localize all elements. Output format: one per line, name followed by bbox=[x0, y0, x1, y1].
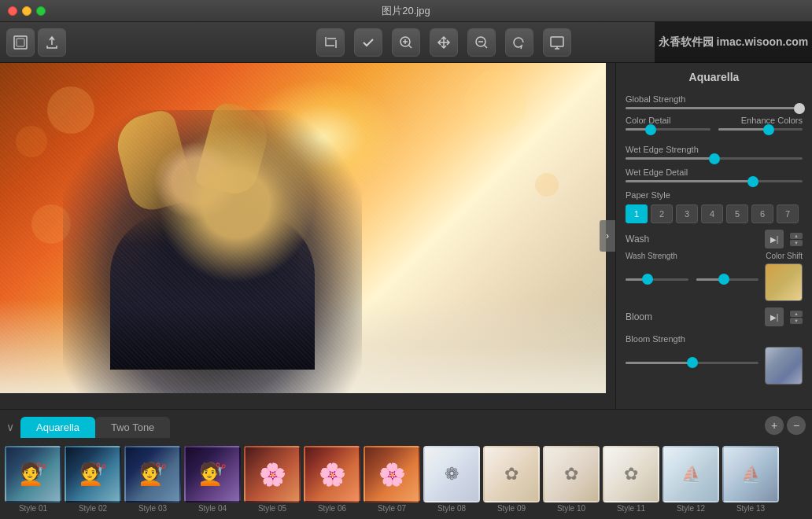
crop-tool[interactable] bbox=[316, 28, 345, 57]
wash-strength-label: Wash Strength bbox=[626, 252, 677, 260]
bloom-strength-slider[interactable] bbox=[626, 362, 758, 369]
film-label-style07: Style 07 bbox=[364, 504, 420, 513]
paper-style-buttons: 1 2 3 4 5 6 7 bbox=[626, 204, 803, 223]
bloom-row: Bloom ▶| ▲ ▼ bbox=[626, 307, 803, 326]
display-tool[interactable] bbox=[543, 28, 571, 57]
film-label-style01: Style 01 bbox=[5, 504, 61, 513]
color-detail-slider[interactable] bbox=[626, 128, 710, 135]
film-item-style01[interactable]: 💇 Style 01 bbox=[5, 446, 61, 513]
film-thumb-style06 bbox=[304, 446, 360, 502]
svg-rect-1 bbox=[17, 39, 24, 46]
filmstrip: 💇 Style 01 💇 Style 02 💇 Style 03 💇 Style… bbox=[0, 438, 812, 519]
checkmark-tool[interactable] bbox=[354, 28, 382, 57]
film-thumb-style12: ⛵ bbox=[663, 446, 719, 502]
film-thumb-style05 bbox=[244, 446, 301, 502]
close-button[interactable] bbox=[8, 6, 17, 16]
frame-tool[interactable] bbox=[6, 28, 35, 57]
remove-tab-button[interactable]: − bbox=[787, 416, 806, 435]
film-label-style12: Style 12 bbox=[663, 504, 719, 513]
wash-down-arrow[interactable]: ▼ bbox=[790, 240, 803, 246]
bloom-down-arrow[interactable]: ▼ bbox=[790, 318, 803, 324]
wet-edge-strength-slider[interactable] bbox=[626, 157, 803, 160]
film-item-style04[interactable]: 💇 Style 04 bbox=[184, 446, 241, 513]
film-thumb-style03: 💇 bbox=[124, 446, 181, 502]
paper-btn-1[interactable]: 1 bbox=[626, 204, 648, 223]
film-item-style06[interactable]: Style 06 bbox=[304, 446, 360, 513]
toolbar-left-group bbox=[6, 28, 66, 57]
zoom-out-tool[interactable] bbox=[467, 28, 496, 57]
color-shift-slider[interactable] bbox=[696, 278, 759, 285]
svg-rect-0 bbox=[14, 36, 27, 49]
film-item-style10[interactable]: ✿ Style 10 bbox=[543, 446, 600, 513]
canvas-image bbox=[0, 63, 606, 393]
zoom-in-tool[interactable] bbox=[392, 28, 420, 57]
rotate-tool[interactable] bbox=[505, 28, 533, 57]
film-label-style05: Style 05 bbox=[244, 504, 301, 513]
tab-aquarella[interactable]: Aquarella bbox=[20, 417, 95, 438]
export-tool[interactable] bbox=[38, 28, 66, 57]
move-tool[interactable] bbox=[430, 28, 458, 57]
film-item-style09[interactable]: ✿ Style 09 bbox=[483, 446, 540, 513]
titlebar: 图片20.jpg bbox=[0, 0, 812, 22]
paper-btn-2[interactable]: 2 bbox=[651, 204, 673, 223]
global-strength-slider[interactable] bbox=[626, 107, 803, 109]
film-label-style13: Style 13 bbox=[722, 504, 779, 513]
film-label-style04: Style 04 bbox=[184, 504, 241, 513]
enhance-colors-label: Enhance Colors bbox=[741, 116, 803, 125]
tab-row: ∨ Aquarella Two Tone + − bbox=[0, 410, 812, 438]
svg-rect-4 bbox=[551, 37, 563, 46]
enhance-colors-slider[interactable] bbox=[718, 128, 803, 135]
tab-down-arrow[interactable]: ∨ bbox=[6, 421, 14, 438]
maximize-button[interactable] bbox=[36, 6, 46, 16]
wet-edge-detail-slider[interactable] bbox=[626, 180, 803, 182]
bloom-up-arrow[interactable]: ▲ bbox=[790, 311, 803, 317]
tab-two-tone[interactable]: Two Tone bbox=[95, 417, 170, 438]
film-thumb-style02: 💇 bbox=[65, 446, 121, 502]
paper-btn-3[interactable]: 3 bbox=[676, 204, 698, 223]
film-item-style07[interactable]: Style 07 bbox=[364, 446, 420, 513]
minimize-button[interactable] bbox=[22, 6, 31, 16]
film-item-style12[interactable]: ⛵ Style 12 bbox=[663, 446, 719, 513]
film-label-style03: Style 03 bbox=[124, 504, 181, 513]
paper-btn-7[interactable]: 7 bbox=[777, 204, 799, 223]
global-strength-label: Global Strength bbox=[626, 94, 803, 104]
window-title: 图片20.jpg bbox=[382, 4, 430, 18]
window-controls[interactable] bbox=[8, 6, 46, 16]
film-thumb-style01: 💇 bbox=[5, 446, 61, 502]
wash-media-buttons: ▶| bbox=[765, 230, 784, 248]
canvas-area: › bbox=[0, 63, 615, 409]
film-item-style02[interactable]: 💇 Style 02 bbox=[65, 446, 121, 513]
paper-style-label: Paper Style bbox=[626, 190, 803, 200]
panel-title: Aquarella bbox=[626, 71, 803, 83]
wash-row: Wash ▶| ▲ ▼ bbox=[626, 230, 803, 248]
canvas-scene bbox=[0, 63, 606, 393]
wash-up-arrow[interactable]: ▲ bbox=[790, 233, 803, 239]
film-thumb-style08: ❁ bbox=[423, 446, 480, 502]
film-thumb-style10: ✿ bbox=[543, 446, 600, 502]
tab-controls: + − bbox=[765, 416, 806, 435]
film-item-style13[interactable]: ⛵ Style 13 bbox=[722, 446, 779, 513]
paper-btn-4[interactable]: 4 bbox=[701, 204, 723, 223]
watercolor-overlay bbox=[0, 63, 606, 393]
paper-btn-5[interactable]: 5 bbox=[726, 204, 748, 223]
watermark: 永香软件园 imac.wisoon.com bbox=[655, 22, 812, 63]
panel-toggle-arrow[interactable]: › bbox=[600, 220, 615, 252]
film-item-style11[interactable]: ✿ Style 11 bbox=[603, 446, 659, 513]
bloom-play-btn[interactable]: ▶| bbox=[765, 307, 784, 326]
film-item-style08[interactable]: ❁ Style 08 bbox=[423, 446, 480, 513]
film-item-style03[interactable]: 💇 Style 03 bbox=[124, 446, 181, 513]
wash-arrows: ▲ ▼ bbox=[790, 233, 803, 246]
bottom-area: ∨ Aquarella Two Tone + − 💇 Style 01 💇 St… bbox=[0, 409, 812, 519]
add-tab-button[interactable]: + bbox=[765, 416, 784, 435]
wash-strength-slider[interactable] bbox=[626, 278, 688, 285]
film-label-style09: Style 09 bbox=[483, 504, 540, 513]
bloom-arrows: ▲ ▼ bbox=[790, 311, 803, 324]
film-label-style08: Style 08 bbox=[423, 504, 480, 513]
bloom-preview bbox=[765, 347, 803, 385]
film-label-style02: Style 02 bbox=[65, 504, 121, 513]
paper-btn-6[interactable]: 6 bbox=[751, 204, 773, 223]
color-shift-label: Color Shift bbox=[766, 252, 803, 260]
wash-play-btn[interactable]: ▶| bbox=[765, 230, 784, 248]
film-item-style05[interactable]: Style 05 bbox=[244, 446, 301, 513]
bloom-strength-label: Bloom Strength bbox=[626, 334, 803, 344]
